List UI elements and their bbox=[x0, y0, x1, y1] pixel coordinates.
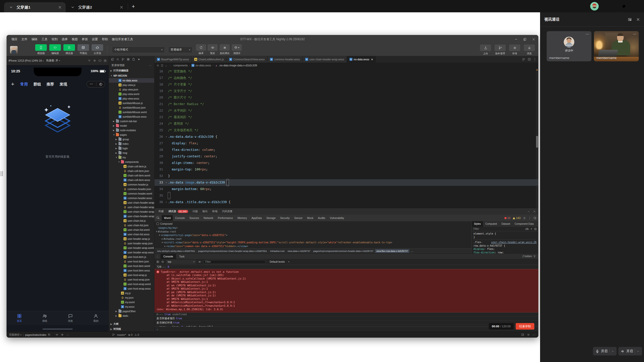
menu-item-界面[interactable]: 界面 bbox=[80, 36, 90, 42]
stack-link[interactable]: VM376 WASubContext.js:1 bbox=[178, 284, 214, 287]
live-expression-icon[interactable] bbox=[198, 260, 201, 263]
files-icon[interactable] bbox=[111, 58, 114, 61]
member-tile-video[interactable]: ⋯ membername bbox=[594, 31, 639, 61]
tree-item-common-header.wxml[interactable]: <>common-header.wxml bbox=[109, 191, 154, 196]
funnel-icon[interactable] bbox=[533, 255, 536, 258]
tree-item-user-host-wrap.json[interactable]: {}user-host-wrap.json bbox=[109, 277, 154, 282]
code-line[interactable]: 25/* 文章场景相关 */ bbox=[154, 127, 538, 133]
tree-item-my.js[interactable]: JSmy.js bbox=[109, 291, 154, 295]
console-log[interactable]: 是否测试环境 true bbox=[154, 321, 538, 325]
menu-item-工具[interactable]: 工具 bbox=[40, 36, 49, 42]
tree-item-user-host-item.json[interactable]: {}user-host-item.json bbox=[109, 259, 154, 264]
page-path-select[interactable]: 页面路径 ▾ bbox=[9, 333, 21, 337]
tree-item-user-header-wrap.js[interactable]: JSuser-header-wrap.js bbox=[109, 237, 154, 241]
console-prompt[interactable]: › bbox=[154, 327, 538, 332]
dom-breadcrumb-item[interactable]: ts/u-sticky/u-sticky.data-v-d3687551 bbox=[156, 249, 196, 253]
capsule-more-icon[interactable]: ⋯ bbox=[90, 82, 93, 86]
picture-in-picture-icon[interactable] bbox=[628, 18, 632, 21]
dom-breadcrumb-item[interactable]: pages/my/components/user-chain-header-wr… bbox=[197, 249, 268, 253]
tree-item-index[interactable]: ▶index bbox=[109, 142, 154, 146]
code-line[interactable]: 24/* 透明度 */ bbox=[154, 120, 538, 127]
app-tabbar-首页[interactable]: 首页 bbox=[7, 311, 32, 325]
browser-tab-2[interactable]: 父穿越2 bbox=[66, 2, 127, 12]
tree-item-model[interactable]: ▶model bbox=[109, 123, 154, 128]
console-log[interactable]: r--- true undefined bbox=[154, 312, 538, 316]
tree-item-pages[interactable]: ▼pages bbox=[109, 132, 154, 137]
compile-mode-select[interactable]: 普通编译▾ bbox=[168, 47, 192, 53]
editor-tab-CommonSearchView.wxss[interactable]: SCommonSearchView.wxss bbox=[227, 56, 267, 63]
tree-item-pagesOther[interactable]: ▶pagesOther bbox=[109, 309, 154, 313]
devtool-tab-Audits[interactable]: Audits bbox=[316, 215, 328, 221]
breadcrumb-item[interactable]: Sno-data.wxss bbox=[191, 64, 211, 67]
code-line[interactable]: 33▾.no-data image.data-v-d1b2c339 { bbox=[154, 179, 538, 186]
action-详情[interactable]: 详情 bbox=[509, 44, 520, 55]
statusbar-more-icon[interactable]: ⋯ bbox=[533, 333, 536, 336]
twisty-icon[interactable]: ▼ bbox=[158, 234, 161, 237]
code-line[interactable]: 28 flex-direction: column; bbox=[154, 147, 538, 153]
console-sidebar-icon[interactable] bbox=[156, 260, 159, 263]
menu-item-视图[interactable]: 视图 bbox=[70, 36, 79, 42]
tree-item-components[interactable]: ▼components bbox=[109, 160, 154, 164]
explorer-more-icon[interactable]: ⋯ bbox=[149, 64, 152, 67]
git-branch-name[interactable]: master* bbox=[117, 333, 126, 336]
devtools-close-icon[interactable] bbox=[532, 38, 535, 41]
more-icon[interactable] bbox=[528, 217, 531, 219]
twisty-icon[interactable]: ▶ bbox=[164, 245, 166, 248]
tree-item-custom-tab-bar[interactable]: ▶custom-tab-bar bbox=[109, 119, 154, 123]
tree-item-msg[interactable]: ▶msg bbox=[109, 151, 154, 155]
inspect-element-icon[interactable] bbox=[156, 216, 160, 220]
panel-tab-终端[interactable]: 终端 bbox=[210, 209, 220, 214]
tree-item-node-modules[interactable]: ▶node-modules bbox=[109, 128, 154, 132]
tree-item-sumilatorMouse.wxml[interactable]: <>sumilatorMouse.wxml bbox=[109, 110, 154, 114]
devtool-tab-Sources[interactable]: Sources bbox=[187, 215, 202, 221]
toggle-模拟器[interactable]: 模拟器 bbox=[35, 44, 47, 55]
devtool-tab-Memory[interactable]: Memory bbox=[235, 215, 249, 221]
restore-icon[interactable] bbox=[622, 4, 626, 8]
console-kebab-icon[interactable]: ⋮ bbox=[156, 255, 159, 258]
member-tile-audio[interactable]: ⋯ 讲话中 membername bbox=[547, 31, 591, 61]
tree-item-chain-cell-item.js[interactable]: JSchain-cell-item.js bbox=[109, 164, 154, 169]
record-icon[interactable] bbox=[61, 333, 64, 336]
tree-item-play-view.js[interactable]: JSplay-view.js bbox=[109, 83, 154, 87]
tree-item-no-data.wxss[interactable]: Sno-data.wxss bbox=[109, 78, 154, 83]
tree-item-my.wxml[interactable]: <>my.wxml bbox=[109, 300, 154, 304]
panel-tab-代码质量[interactable]: 代码质量 bbox=[220, 209, 235, 214]
code-line[interactable]: 22/* 水平间距 */ bbox=[154, 107, 538, 114]
forward-icon[interactable]: → bbox=[169, 64, 172, 67]
tree-item-user-chain-list.js[interactable]: JSuser-chain-list.js bbox=[109, 218, 154, 223]
code-line[interactable]: 31 margin-top: 100rpx; bbox=[154, 166, 538, 173]
panel-tab-调试器[interactable]: 调试器12, 142 bbox=[166, 209, 190, 214]
tab-chevron-icon[interactable] bbox=[9, 5, 13, 9]
tab-close-icon[interactable] bbox=[120, 6, 123, 9]
twisty-icon[interactable]: ▼ bbox=[155, 230, 158, 234]
hot-reload-select[interactable]: 热重载: 开▾ bbox=[46, 59, 60, 62]
outline-section[interactable]: ▶大纲 bbox=[109, 322, 154, 327]
dom-breadcrumb-item[interactable]: ... bbox=[410, 249, 414, 253]
rule-source-link[interactable]: user-chain-header-wrap.wxss:26 bbox=[491, 241, 537, 244]
tree-item-sumilatorMouse.json[interactable]: {}sumilatorMouse.json bbox=[109, 105, 154, 110]
dom-node[interactable]: ▼<components/cyi-page class="data-v-d368… bbox=[154, 234, 471, 237]
browser-tab-1[interactable]: 父穿越1 bbox=[4, 2, 66, 12]
breadcrumb-item[interactable]: components bbox=[173, 64, 188, 67]
styles-tab-Styles[interactable]: Styles bbox=[472, 221, 483, 227]
close-icon[interactable] bbox=[635, 4, 639, 8]
stack-link[interactable]: VM376 WASubContext.js:1 bbox=[208, 277, 244, 280]
stack-link[interactable]: VM376 WASubContext.js:1 bbox=[178, 294, 214, 297]
devtool-tab-Sensor[interactable]: Sensor bbox=[292, 215, 305, 221]
editor-tab-ChainListMenuItem.js[interactable]: JSChainListMenuItem.js bbox=[192, 56, 227, 63]
breadcrumb-item[interactable]: ʂ.no-data image.data-v-d1b2c339 bbox=[215, 64, 257, 67]
panel-tab-输出[interactable]: 输出 bbox=[200, 209, 210, 214]
tree-item-chain-cell-item.wxss[interactable]: Schain-cell-item.wxss bbox=[109, 178, 154, 182]
code-line[interactable]: 18/* 尺寸变量 */ bbox=[154, 81, 538, 88]
tree-item-play-view.json[interactable]: {}play-view.json bbox=[109, 87, 154, 92]
tree-item-user-host-wrap.wxml[interactable]: <>user-host-wrap.wxml bbox=[109, 282, 154, 286]
code-editor[interactable]: 16/* 背景颜色 */17/* 边框颜色 */18/* 尺寸变量 */19/*… bbox=[154, 68, 538, 205]
tree-item-chain-cell-item.wxml[interactable]: <>chain-cell-item.wxml bbox=[109, 173, 154, 178]
tree-item-user-chain-list.wxss[interactable]: Suser-chain-list.wxss bbox=[109, 232, 154, 237]
collapse-icon[interactable] bbox=[527, 210, 530, 213]
code-line[interactable]: 35} bbox=[154, 192, 538, 199]
tree-item-login[interactable]: ▶login bbox=[109, 146, 154, 151]
devtool-tab-Network[interactable]: Network bbox=[201, 215, 216, 221]
styles-filter-input[interactable]: Filter bbox=[473, 228, 479, 230]
app-nav-tab-常用[interactable]: 常用 bbox=[20, 82, 28, 87]
